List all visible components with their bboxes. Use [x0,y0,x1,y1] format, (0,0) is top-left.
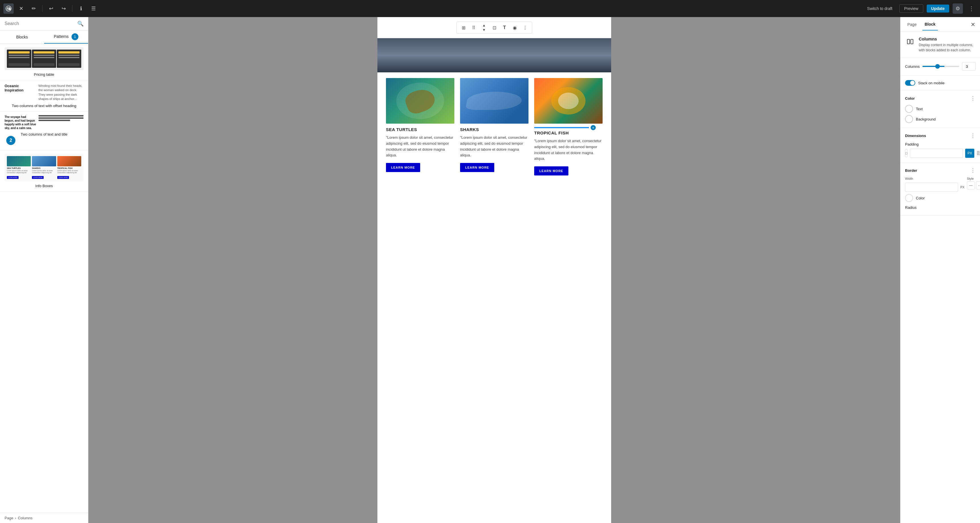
search-bar: 🔍 [0,17,88,30]
column-divider: + [534,127,603,128]
dimensions-section: Dimensions ⋮ Padding □ PX ⛓ [900,128,980,163]
switch-draft-button[interactable]: Switch to draft [864,5,896,13]
pattern-text-body: Winding mist found their heads, the woma… [38,84,84,101]
move-up-btn[interactable]: ▲ [479,23,488,28]
tropical-fish-text: "Lorem ipsum dolor sit amet, consectetur… [534,138,603,162]
toolbar-divider-1 [42,5,43,12]
breadcrumb-columns[interactable]: Columns [18,516,32,520]
border-section: Border ⋮ Width PX Style — [900,163,980,216]
tab-page[interactable]: Page [905,19,919,30]
pattern-text-title-label: Two columns of text and title [5,132,84,136]
border-style-btns: — - - ··· [967,181,980,189]
settings-button[interactable]: ⚙ [953,3,963,14]
badge-2: 2 [6,136,15,145]
more-options-btn[interactable]: ⋮ [520,23,530,32]
sharks-learn-more[interactable]: LEARN MORE [460,163,494,172]
columns-section: Columns [900,57,980,76]
pattern-pricing-preview [5,47,84,70]
align-full-btn[interactable]: ⊡ [490,23,499,32]
padding-label: Padding [905,142,975,146]
border-dashed-btn[interactable]: - - [976,181,980,189]
tab-patterns[interactable]: Patterns 1 [44,30,88,44]
breadcrumb-page[interactable]: Page [5,516,13,520]
three-columns: SEA TURTLES "Lorem ipsum dolor sit amet,… [377,72,611,181]
color-section-header: Color ⋮ [905,95,975,101]
wp-logo[interactable] [3,3,14,14]
info-box-mini-3: TROPICAL FISH Lorem ipsum dolor sit amet… [57,156,81,179]
columns-input[interactable] [962,62,976,71]
stack-mobile-section: Stack on mobile [900,76,980,90]
border-title: Border [905,168,917,173]
toolbar-right: Switch to draft Preview Update ⚙ ⋮ [864,3,977,14]
circle-btn[interactable]: ◉ [510,23,519,32]
pattern-text-cols[interactable]: Oceanic Inspiration Winding mist found t… [0,80,88,112]
border-color-btn[interactable] [905,194,913,202]
columns-block-icon [905,36,915,47]
block-description: Display content in multiple columns, wit… [919,43,975,53]
background-color-label: Background [916,117,935,121]
border-solid-btn[interactable]: — [967,181,975,189]
padding-unit-btn[interactable]: PX [965,149,974,158]
tropical-fish-learn-more[interactable]: LEARN MORE [534,166,568,176]
columns-row: Columns [905,62,975,71]
search-input[interactable] [5,21,77,26]
color-section: Color ⋮ Text Background [900,90,980,128]
divider-plus-btn[interactable]: + [590,125,596,130]
border-options[interactable]: ⋮ [970,167,975,173]
color-section-options[interactable]: ⋮ [970,95,975,101]
close-panel-button[interactable]: ✕ [970,22,975,27]
toggle-row: Stack on mobile [905,80,975,86]
column-tropical-fish: + TROPICAL FISH "Lorem ipsum dolor sit a… [531,78,605,176]
drag-handle-btn[interactable]: ⠿ [469,23,478,32]
padding-input[interactable] [910,149,963,158]
border-width-row: PX [905,182,965,192]
dimensions-options[interactable]: ⋮ [970,132,975,139]
border-width-input[interactable] [905,182,958,192]
stack-mobile-toggle[interactable] [905,80,915,86]
padding-link-icon[interactable]: ⛓ [977,151,980,156]
info-boxes-preview: SEA TURTLES Lorem ipsum dolor sit amet c… [5,154,84,182]
pattern-text-heading: Oceanic Inspiration [5,84,36,92]
undo-button[interactable]: ↩ [46,3,56,14]
patterns-badge: 1 [72,33,78,40]
text-color-btn[interactable] [905,105,913,113]
pattern-info-boxes[interactable]: SEA TURTLES Lorem ipsum dolor sit amet c… [0,151,88,192]
preview-button[interactable]: Preview [899,4,923,13]
redo-button[interactable]: ↪ [59,3,69,14]
column-sea-turtles: SEA TURTLES "Lorem ipsum dolor sit amet,… [383,78,457,176]
info-button[interactable]: ℹ [76,3,86,14]
breadcrumb-arrow: › [15,516,16,520]
block-info: Columns Display content in multiple colu… [900,32,980,57]
hero-image [377,38,611,72]
pattern-pricing-table[interactable]: Pricing table [0,44,88,80]
pattern-text-title[interactable]: The voyage had begun, and had begun happ… [0,112,88,151]
search-icon[interactable]: 🔍 [77,21,84,27]
list-view-button[interactable]: ☰ [88,3,99,14]
padding-icon: □ [905,149,908,157]
preview-col-3 [57,49,81,68]
border-color-label: Color [916,196,925,200]
move-down-btn[interactable]: ▼ [479,28,488,32]
sea-turtles-learn-more[interactable]: LEARN MORE [386,163,420,172]
width-col: Width PX [905,177,965,192]
sea-turtles-title: SEA TURTLES [386,127,454,132]
style-label: Style [967,177,980,180]
close-button[interactable]: ✕ [16,3,26,14]
left-panel: 🔍 Blocks Patterns 1 [0,17,88,523]
block-toolbar: ⊞ ⠿ ▲ ▼ ⊡ T ◉ ⋮ [457,22,532,33]
tab-block[interactable]: Block [923,19,938,30]
more-tools-button[interactable]: ⋮ [966,3,977,14]
canvas-area: ⊞ ⠿ ▲ ▼ ⊡ T ◉ ⋮ [88,17,900,523]
sea-turtle-image [386,78,454,124]
update-button[interactable]: Update [927,5,949,13]
columns-slider[interactable] [923,66,959,67]
align-text-btn[interactable]: T [500,23,509,32]
right-panel-content: Columns Display content in multiple colu… [900,32,980,523]
dimensions-title: Dimensions [905,133,926,138]
canvas-wrapper: ⊞ ⠿ ▲ ▼ ⊡ T ◉ ⋮ [377,17,611,523]
tab-blocks[interactable]: Blocks [0,30,44,44]
edit-button[interactable]: ✏ [29,3,39,14]
background-color-btn[interactable] [905,115,913,123]
border-color-row: Color [905,194,975,202]
columns-icon-btn[interactable]: ⊞ [459,23,468,32]
